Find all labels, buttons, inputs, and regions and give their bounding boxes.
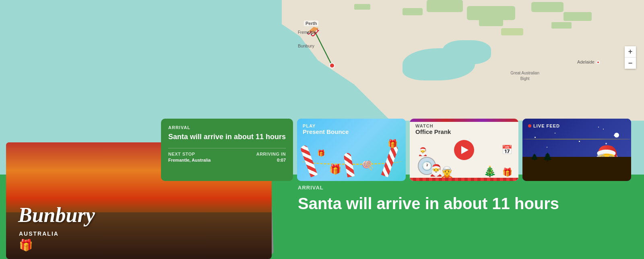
watch-card[interactable]: WATCH Office Prank 🕐 🧝 🎅 🎅 🎄 🎁 📅 (410, 119, 518, 181)
vegetation-patch (501, 28, 523, 35)
live-dot (528, 124, 531, 127)
vegetation-patch (402, 8, 423, 15)
tree-sil2: 🌲 (543, 152, 553, 162)
live-text: LIVE FEED (533, 123, 560, 128)
gift-scattered: 🎁 (388, 139, 398, 148)
perth-area: Perth (304, 19, 318, 27)
bottom-arrival-label: ARRIVAL (298, 185, 628, 191)
arrival-label: ARRIVAL (168, 125, 286, 130)
game-label: PLAY (303, 123, 316, 128)
game-card[interactable]: PLAY Present Bounce 🎁 🍭 🍭 🎁 🎁 (297, 119, 406, 181)
bottom-arrival-title: Santa will arrive in about 11 hours (298, 194, 628, 213)
perth-label: Perth (304, 21, 318, 26)
play-button[interactable] (454, 140, 474, 160)
play-triangle (461, 146, 469, 154)
live-badge: LIVE FEED (528, 123, 560, 128)
gift-present: 🎁 (329, 164, 341, 175)
zoom-controls: + − (625, 46, 636, 69)
arrival-footer: NEXT STOP Fremantle, Australia ARRIVING … (168, 148, 286, 162)
star3 (579, 141, 580, 142)
fremantle-label: Fremantle (298, 30, 316, 35)
lollipop2: 🍭 (365, 160, 374, 169)
next-stop-label: NEXT STOP (168, 152, 211, 156)
tree-sil1: 🌲 (530, 153, 539, 161)
city-name: Bunbury (18, 203, 95, 227)
adelaide-label: Adelaide (577, 60, 600, 64)
bunbury-label: Bunbury (298, 43, 314, 48)
vegetation-patch (531, 2, 564, 12)
water-inlet (443, 40, 491, 64)
santa-desk: 🎅 (418, 147, 428, 156)
bottom-info: ARRIVAL Santa will arrive in about 11 ho… (282, 175, 644, 259)
next-stop-value: Fremantle, Australia (168, 158, 211, 162)
watch-title: Office Prank (415, 128, 451, 135)
arriving-in-section: ARRIVING IN 0:07 (256, 152, 286, 162)
game-title: Present Bounce (303, 128, 349, 135)
zoom-out-button[interactable]: − (625, 58, 636, 69)
landscape-dark (522, 157, 631, 181)
star5 (547, 147, 547, 148)
vegetation-patch (427, 0, 463, 12)
gift-box-card: 🎁 (502, 167, 512, 177)
bight-label: Great AustralianBight (510, 70, 539, 82)
arriving-in-value: 0:07 (256, 158, 286, 162)
calendar-card: 📅 (502, 145, 512, 155)
star2 (555, 133, 555, 134)
christmas-tree-card: 🎄 (483, 165, 496, 178)
star4 (603, 129, 604, 130)
star7 (598, 127, 599, 127)
santa-figure: 🎅 (429, 164, 443, 177)
watch-card-bg: WATCH Office Prank 🕐 🧝 🎅 🎅 🎄 🎁 📅 (410, 119, 518, 181)
arrival-title: Santa will arrive in about 11 hours (168, 132, 286, 142)
city-country: AUSTRALIA (19, 230, 59, 237)
gift-icon: 🎁 (19, 238, 33, 252)
zoom-in-button[interactable]: + (625, 46, 636, 58)
adelaide-dot (597, 61, 600, 64)
vegetation-patch (551, 22, 572, 29)
live-card-bg: LIVE FEED 🧑‍🎄 (522, 119, 631, 181)
candy-cane-mid (343, 152, 355, 177)
card-bottom-strip (410, 178, 518, 181)
game-card-bg: PLAY Present Bounce 🎁 🍭 🍭 🎁 🎁 (297, 119, 406, 181)
vegetation-patch (564, 12, 592, 21)
cards-row: ARRIVAL Santa will arrive in about 11 ho… (161, 119, 636, 181)
gift-small: 🎁 (317, 149, 325, 157)
vegetation-patch (354, 4, 370, 10)
vegetation-patch (479, 18, 503, 26)
arrival-card[interactable]: ARRIVAL Santa will arrive in about 11 ho… (161, 119, 293, 181)
bottom-section: Bunbury AUSTRALIA 🎁 ARRIVAL Santa will a… (0, 175, 644, 259)
card-top-strip (410, 119, 518, 122)
arriving-in-label: ARRIVING IN (256, 152, 286, 156)
watch-label: WATCH (415, 123, 433, 128)
next-stop-section: NEXT STOP Fremantle, Australia (168, 152, 211, 162)
star1 (535, 137, 536, 138)
moon-icon (614, 133, 619, 138)
live-card[interactable]: LIVE FEED 🧑‍🎄 (522, 119, 631, 181)
lights-string (522, 139, 631, 140)
